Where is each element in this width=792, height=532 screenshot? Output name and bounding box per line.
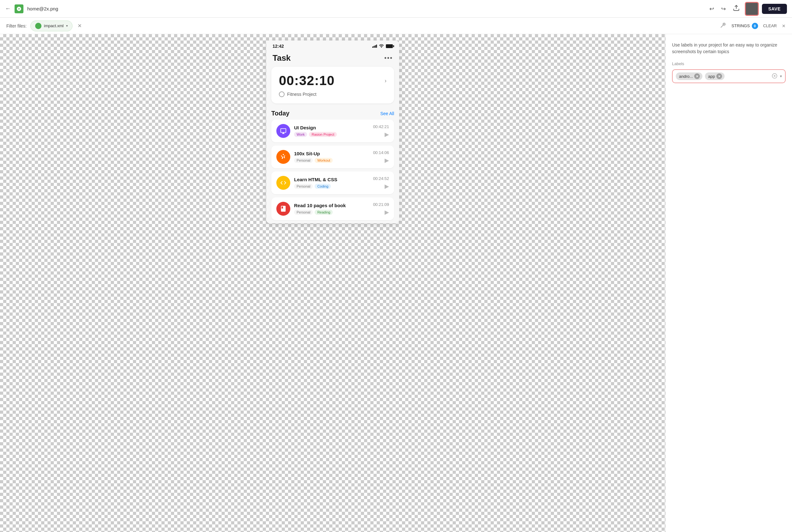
task-icon-fitness — [276, 150, 290, 164]
task-tags: Personal Reading — [294, 210, 369, 215]
task-icon-book — [276, 202, 290, 216]
task-row: 100x Sit-Up Personal Workout 00:14:06 ▶ — [276, 150, 389, 164]
label-chip-text: app — [708, 74, 715, 79]
clear-close-button[interactable]: ✕ — [782, 23, 786, 28]
filter-files-label: Filter files: — [6, 23, 26, 28]
filter-file-icon — [35, 23, 41, 29]
labels-input-area[interactable]: andro... ✕ app ✕ ▾ — [672, 69, 786, 83]
right-panel: Use labels in your project for an easy w… — [665, 34, 792, 532]
tag-work: Work — [294, 132, 307, 137]
task-right: 00:21:09 ▶ — [373, 202, 389, 216]
labels-clear-button[interactable] — [772, 73, 777, 80]
task-info: 100x Sit-Up Personal Workout — [294, 151, 369, 163]
task-list: UI Design Work Rasion Project 00:42:21 ▶ — [266, 119, 399, 220]
status-time: 12:42 — [273, 44, 284, 49]
task-time: 00:24:52 — [373, 176, 389, 181]
play-button-icon[interactable]: ▶ — [385, 157, 389, 164]
filter-selected-file: impact.xml — [44, 23, 63, 28]
play-button-icon[interactable]: ▶ — [385, 209, 389, 216]
save-button[interactable]: SAVE — [762, 4, 787, 14]
color-swatch-inner — [748, 5, 755, 12]
task-row: Learn HTML & CSS Personal Coding 00:24:5… — [276, 176, 389, 190]
file-type-icon — [15, 4, 23, 13]
task-icon-code — [276, 176, 290, 190]
task-right: 00:42:21 ▶ — [373, 124, 389, 138]
tag-personal: Personal — [294, 210, 313, 215]
strings-label: STRINGS — [732, 23, 750, 28]
timer-row: 00:32:10 › — [279, 73, 387, 88]
topbar: ← home@2x.png ↩ ↪ SAVE — [0, 0, 792, 18]
wifi-icon — [379, 44, 384, 49]
task-right: 00:14:06 ▶ — [373, 150, 389, 164]
battery-icon — [386, 44, 393, 48]
task-right: 00:24:52 ▶ — [373, 176, 389, 190]
label-chip-close-button[interactable]: ✕ — [716, 73, 722, 79]
task-info: UI Design Work Rasion Project — [294, 125, 369, 137]
back-button[interactable]: ← — [5, 5, 11, 12]
clear-button[interactable]: CLEAR — [763, 23, 777, 28]
task-tags: Work Rasion Project — [294, 132, 369, 137]
play-button-icon[interactable]: ▶ — [385, 183, 389, 190]
tag-personal: Personal — [294, 184, 313, 189]
today-section-header: Today See All — [266, 107, 399, 119]
topbar-left: ← home@2x.png — [5, 4, 58, 13]
status-icons — [372, 44, 393, 49]
task-name: Read 10 pages of book — [294, 203, 369, 208]
labels-dropdown-button[interactable]: ▾ — [780, 74, 782, 78]
redo-button[interactable]: ↪ — [719, 3, 728, 14]
filter-close-button[interactable]: ✕ — [76, 21, 83, 30]
task-tags: Personal Coding — [294, 184, 369, 189]
chevron-down-icon: ▾ — [66, 24, 68, 27]
task-icon-monitor — [276, 124, 290, 138]
label-chip-app: app ✕ — [705, 72, 724, 80]
filter-file-dropdown[interactable]: impact.xml ▾ — [31, 21, 73, 31]
task-name: UI Design — [294, 125, 369, 130]
label-chip-android: andro... ✕ — [676, 72, 702, 80]
signal-bar-2 — [373, 46, 374, 48]
play-button-icon[interactable]: ▶ — [385, 131, 389, 138]
filterbar-left: Filter files: impact.xml ▾ ✕ — [6, 21, 83, 31]
magic-wand-button[interactable] — [720, 22, 726, 30]
task-item: Learn HTML & CSS Personal Coding 00:24:5… — [271, 171, 394, 194]
signal-bar-1 — [372, 46, 373, 48]
color-swatch-button[interactable] — [745, 2, 759, 16]
timer-project-row: Fitness Project — [279, 91, 387, 97]
filterbar: Filter files: impact.xml ▾ ✕ STRINGS 0 C… — [0, 18, 792, 34]
task-info: Learn HTML & CSS Personal Coding — [294, 177, 369, 189]
task-time: 00:42:21 — [373, 124, 389, 129]
tag-rasion: Rasion Project — [309, 132, 337, 137]
task-row: UI Design Work Rasion Project 00:42:21 ▶ — [276, 124, 389, 138]
upload-button[interactable] — [731, 2, 742, 15]
task-item: UI Design Work Rasion Project 00:42:21 ▶ — [271, 119, 394, 142]
tag-workout: Workout — [315, 158, 333, 163]
task-item: Read 10 pages of book Personal Reading 0… — [271, 197, 394, 220]
label-chip-text: andro... — [679, 74, 693, 79]
phone-mockup: 12:42 Task ••• — [266, 40, 399, 223]
undo-button[interactable]: ↩ — [707, 3, 716, 14]
timer-display: 00:32:10 — [279, 73, 335, 88]
svg-point-1 — [283, 154, 284, 155]
app-title: Task — [273, 53, 291, 63]
panel-description: Use labels in your project for an easy w… — [672, 42, 786, 55]
filename-label: home@2x.png — [27, 6, 58, 12]
strings-section: STRINGS 0 — [732, 23, 758, 29]
task-name: 100x Sit-Up — [294, 151, 369, 156]
menu-dots-icon: ••• — [384, 54, 393, 62]
tag-coding: Coding — [315, 184, 331, 189]
preview-area: 12:42 Task ••• — [0, 34, 665, 532]
today-label: Today — [271, 110, 289, 117]
task-name: Learn HTML & CSS — [294, 177, 369, 182]
signal-bar-4 — [376, 44, 377, 48]
main-content: 12:42 Task ••• — [0, 34, 792, 532]
project-circle-icon — [279, 91, 284, 97]
task-tags: Personal Workout — [294, 158, 369, 163]
label-chip-close-button[interactable]: ✕ — [694, 73, 700, 79]
status-bar: 12:42 — [266, 40, 399, 51]
svg-point-0 — [723, 23, 725, 25]
timer-chevron-icon: › — [385, 77, 387, 84]
timer-project-name: Fitness Project — [287, 92, 316, 97]
phone-header: Task ••• — [266, 51, 399, 67]
filterbar-right: STRINGS 0 CLEAR ✕ — [720, 22, 786, 30]
task-time: 00:14:06 — [373, 150, 389, 155]
see-all-link[interactable]: See All — [380, 111, 394, 116]
